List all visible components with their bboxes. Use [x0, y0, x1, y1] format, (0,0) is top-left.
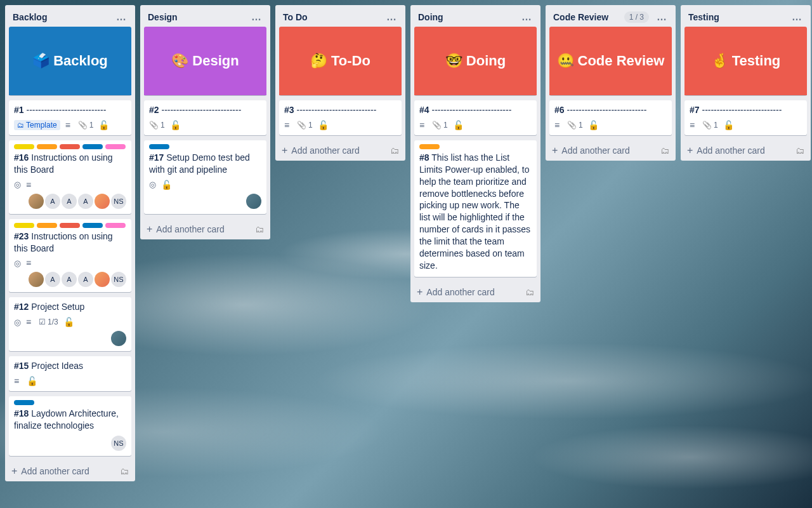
label[interactable]: [105, 223, 126, 228]
card-badges: 🗂Template1🔓: [14, 120, 126, 130]
card[interactable]: #15 Project Ideas🔓: [9, 356, 131, 391]
add-card-button[interactable]: +Add another card🗂: [681, 140, 811, 161]
add-card-button[interactable]: +Add another card🗂: [546, 140, 676, 161]
hero-card[interactable]: 🎨Design: [144, 27, 266, 95]
avatar[interactable]: A: [78, 272, 93, 287]
card-title: #18 Laydown Architecture, finalize techn…: [14, 408, 126, 432]
list-title[interactable]: Backlog: [13, 12, 108, 22]
create-from-template-icon[interactable]: 🗂: [660, 145, 669, 156]
card-body: #8 This list has the List Limits Power-u…: [414, 140, 537, 277]
card-labels: [14, 400, 126, 405]
add-card-button[interactable]: +Add another card🗂: [275, 140, 405, 161]
card-title: #4 ---------------------------: [419, 104, 532, 116]
avatar[interactable]: [29, 272, 44, 287]
label[interactable]: [105, 144, 126, 149]
card-title: #23 Instructions on using this Board: [14, 231, 126, 255]
attachment-icon: [297, 121, 306, 130]
avatar[interactable]: A: [62, 272, 77, 287]
attachment-badge: 1: [149, 121, 165, 130]
hero-card[interactable]: 🤞Testing: [684, 27, 807, 95]
card-title: #7 ---------------------------: [690, 104, 802, 116]
card-text: ---------------------------: [700, 105, 782, 115]
add-card-button[interactable]: +Add another card🗂: [410, 282, 540, 302]
list-menu-button[interactable]: …: [788, 10, 806, 24]
list-menu-button[interactable]: …: [653, 10, 671, 24]
card[interactable]: #16 Instructions on using this BoardAAAN…: [9, 140, 131, 214]
card[interactable]: #4 ---------------------------1🔓: [414, 100, 537, 135]
list: Backlog…🗳️Backlog#1 --------------------…: [5, 5, 135, 481]
card-text: ---------------------------: [24, 105, 107, 115]
avatar[interactable]: A: [78, 194, 93, 209]
card[interactable]: #6 ---------------------------1🔓: [549, 100, 672, 135]
card[interactable]: #8 This list has the List Limits Power-u…: [414, 140, 537, 277]
avatar[interactable]: A: [45, 194, 60, 209]
avatar[interactable]: [29, 194, 44, 209]
label[interactable]: [419, 144, 440, 149]
card-body: #4 ---------------------------1🔓: [414, 100, 537, 135]
card[interactable]: #7 ---------------------------1🔓: [684, 100, 807, 135]
list-title[interactable]: To Do: [283, 12, 379, 22]
card[interactable]: #3 ---------------------------1🔓: [279, 100, 402, 135]
label[interactable]: [37, 144, 57, 149]
hero-card[interactable]: 🤔To-Do: [279, 27, 402, 95]
avatar[interactable]: [95, 272, 110, 287]
label[interactable]: [14, 144, 34, 149]
attachment-badge: 1: [702, 121, 718, 130]
list: Design…🎨Design#2 -----------------------…: [140, 5, 270, 239]
card[interactable]: #1 ---------------------------🗂Template1…: [9, 100, 131, 135]
hero-cover: 🤐Code Review: [549, 27, 672, 95]
add-card-label: Add another card: [697, 145, 764, 156]
list-title[interactable]: Design: [148, 12, 244, 22]
create-from-template-icon[interactable]: 🗂: [390, 145, 399, 156]
label[interactable]: [149, 144, 169, 149]
label[interactable]: [82, 223, 103, 228]
label[interactable]: [14, 400, 34, 405]
label[interactable]: [60, 144, 80, 149]
card-number: #16: [14, 152, 29, 163]
card-number: #1: [14, 105, 24, 115]
avatar[interactable]: NS: [111, 194, 126, 209]
avatar[interactable]: [95, 194, 110, 209]
avatar[interactable]: NS: [111, 436, 126, 451]
label[interactable]: [14, 223, 34, 228]
create-from-template-icon[interactable]: 🗂: [255, 224, 264, 234]
list-title[interactable]: Testing: [688, 12, 784, 22]
hero-card[interactable]: 🗳️Backlog: [9, 27, 131, 95]
add-card-button[interactable]: +Add another card🗂: [140, 219, 270, 239]
avatar[interactable]: NS: [111, 272, 126, 287]
list-menu-button[interactable]: …: [112, 10, 130, 24]
avatar[interactable]: A: [62, 194, 77, 209]
list-menu-button[interactable]: …: [383, 10, 400, 24]
create-from-template-icon[interactable]: 🗂: [120, 466, 129, 476]
cards-container: 🗳️Backlog#1 ---------------------------🗂…: [5, 27, 135, 461]
list-title[interactable]: Code Review: [553, 12, 620, 22]
card[interactable]: #2 ---------------------------1🔓: [144, 100, 266, 135]
avatar[interactable]: A: [45, 272, 60, 287]
create-from-template-icon[interactable]: 🗂: [796, 145, 804, 156]
card-text: Project Ideas: [29, 361, 83, 371]
list-menu-button[interactable]: …: [518, 10, 535, 24]
card[interactable]: #18 Laydown Architecture, finalize techn…: [9, 396, 131, 456]
avatar[interactable]: [246, 194, 261, 209]
hero-card[interactable]: 🤐Code Review: [549, 27, 672, 95]
card-badges: 🔓: [14, 376, 126, 386]
checklist-icon: [39, 318, 46, 326]
attachment-badge: 1: [432, 121, 448, 130]
hero-card[interactable]: 🤓Doing: [414, 27, 537, 95]
create-from-template-icon[interactable]: 🗂: [525, 287, 534, 297]
list-menu-button[interactable]: …: [247, 10, 265, 24]
card[interactable]: #23 Instructions on using this BoardAAAN…: [9, 219, 131, 293]
card[interactable]: #17 Setup Demo test bed with git and pip…: [144, 140, 266, 214]
description-icon: [26, 180, 34, 190]
add-card-left: +Add another card: [11, 466, 89, 476]
card[interactable]: #12 Project Setup1/3🔓: [9, 297, 131, 351]
hero-cover: 🎨Design: [144, 27, 266, 95]
attachment-badge: 1: [297, 121, 313, 130]
add-card-button[interactable]: +Add another card🗂: [5, 461, 135, 481]
label[interactable]: [37, 223, 57, 228]
label[interactable]: [82, 144, 103, 149]
avatar[interactable]: [111, 331, 126, 346]
list-title[interactable]: Doing: [418, 12, 514, 22]
label[interactable]: [60, 223, 80, 228]
card-body: #16 Instructions on using this BoardAAAN…: [9, 140, 131, 214]
